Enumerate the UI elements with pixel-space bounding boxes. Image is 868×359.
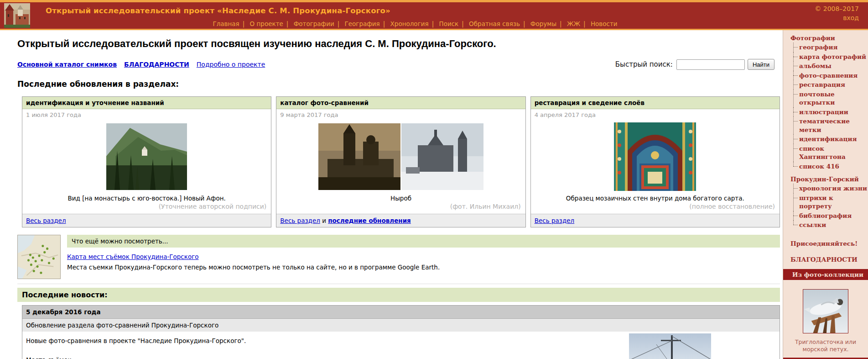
sidebar-item-photo-comparisons[interactable]: фото-сравнения (799, 72, 858, 79)
nav-separator: | (286, 20, 289, 27)
tree-item: ссылки (793, 220, 868, 230)
sidebar-heading-prokudin: Прокудин-Горский (790, 175, 868, 183)
locations-map-link[interactable]: Карта мест съёмок Прокудина-Горского (67, 253, 199, 260)
quick-search: Быстрый поиск: Найти (615, 59, 774, 70)
nav-item-photos[interactable]: Фотографии (294, 20, 334, 27)
box-title: идентификация и уточнение названий (22, 97, 271, 109)
box-date: 4 апреля 2017 года (531, 109, 780, 119)
box-footer: Весь раздел (22, 214, 271, 227)
box-title: каталог фото-сравнений (276, 97, 525, 109)
box-caption: Образец мозаичных стен внутри дома богат… (531, 194, 780, 202)
whole-section-link[interactable]: Весь раздел (535, 217, 575, 224)
whole-section-link[interactable]: Весь раздел (26, 217, 66, 224)
top-links-row: Основной каталог снимков БЛАГОДАРНОСТИ П… (17, 59, 774, 70)
nav-item-forums[interactable]: Форумы (530, 20, 556, 27)
sidebar-item-huntington-list[interactable]: список Хантингтона (799, 145, 846, 161)
tree-item: фото-сравнения (793, 71, 868, 80)
nyrob-church-modern-photo-image[interactable] (401, 123, 483, 190)
nav-item-geography[interactable]: География (345, 20, 380, 27)
sidebar-item-identification[interactable]: идентификация (799, 135, 857, 143)
sidebar-item-life-chronology[interactable]: хронология жизни (799, 185, 867, 192)
shooting-locations-map-image[interactable] (17, 235, 61, 279)
nav-item-about[interactable]: О проекте (250, 20, 283, 27)
nav-item-lj[interactable]: ЖЖ (567, 20, 580, 27)
login-link[interactable]: вход (843, 14, 859, 21)
main-content: Открытый исследовательский проект посвящ… (0, 30, 783, 359)
nav-item-news[interactable]: Новости (591, 20, 618, 27)
mosaic-wall-photo-image[interactable] (614, 122, 696, 191)
restoration-box: реставрация и сведение слоёв 4 апреля 20… (530, 96, 780, 227)
section-divider (17, 284, 780, 284)
news-item: 5 декабря 2016 года Обновление раздела ф… (22, 305, 780, 359)
tree-item: список Хантингтона (793, 144, 868, 162)
box-image-area (22, 119, 271, 194)
railway-winter-photo-image[interactable] (629, 333, 711, 359)
sidebar-item-photo-map[interactable]: карта фотографий (799, 53, 866, 60)
latest-updates-link[interactable]: последние обновления (328, 217, 411, 224)
updates-boxes-row: идентификация и уточнение названий 1 июл… (22, 96, 780, 227)
nav-separator: | (383, 20, 385, 27)
tree-item: список 416 (793, 162, 868, 171)
box-caption: Ныроб (276, 194, 525, 202)
updates-heading: Последние обновления в разделах: (17, 79, 783, 89)
quick-search-button[interactable]: Найти (748, 59, 774, 70)
nav-item-home[interactable]: Главная (213, 20, 239, 27)
tree-item: идентификация (793, 134, 868, 144)
fortress-painting-image (4, 3, 30, 28)
sidebar-item-illustrations[interactable]: иллюстрации (799, 108, 848, 116)
gurnard-fish-sculpture-image[interactable] (803, 289, 848, 333)
box-date: 1 июля 2017 года (22, 109, 271, 119)
identification-box: идентификация и уточнение названий 1 июл… (22, 96, 271, 227)
quick-search-label: Быстрый поиск: (615, 60, 673, 69)
nav-separator: | (583, 20, 586, 27)
join-link[interactable]: Присоединяйтесь! (790, 240, 868, 247)
sidebar-item-list-416[interactable]: список 416 (799, 163, 839, 170)
main-catalog-link[interactable]: Основной каталог снимков (17, 61, 117, 68)
footer-separator-text: и (320, 217, 328, 224)
new-athos-monastery-photo-image[interactable] (106, 123, 187, 190)
nav-item-search[interactable]: Поиск (439, 20, 458, 27)
sidebar-item-bibliography[interactable]: библиография (799, 212, 852, 219)
sculpture-caption: Триглоласточка или морской петух. (790, 338, 862, 354)
site-header: Открытый исследовательский проект «Насле… (0, 0, 868, 30)
site-logo[interactable] (4, 3, 30, 28)
news-heading: Последние новости: (17, 288, 780, 302)
about-project-link[interactable]: Подробно о проекте (197, 61, 265, 68)
main-nav: Главная| О проекте| Фотографии| Географи… (141, 20, 689, 27)
sidebar-item-thematic-tags[interactable]: тематические метки (799, 117, 850, 133)
box-date: 9 марта 2017 года (276, 109, 525, 119)
map-description-text: Места съемки Прокудина-Горского теперь м… (67, 264, 780, 271)
news-title: Обновление раздела фото-сравнений Прокуд… (22, 319, 780, 332)
quick-search-input[interactable] (676, 59, 745, 70)
tree-item: альбомы (793, 61, 868, 71)
more-to-see-bar: Что ещё можно посмотреть... (67, 235, 780, 248)
acknowledgements-sidebar-link[interactable]: БЛАГОДАРНОСТИ (790, 256, 868, 263)
box-image-area (531, 119, 780, 194)
sidebar-item-links[interactable]: ссылки (799, 221, 826, 228)
tree-item: география (793, 42, 868, 52)
copyright-text: © 2008–2017 (815, 5, 859, 12)
box-note: (полное восстановление) (531, 202, 780, 211)
tree-item: реставрация (793, 80, 868, 90)
prokudin-tree-menu: хронология жизни штрихи к портрету библи… (793, 184, 868, 230)
nyrob-church-old-photo-image[interactable] (318, 123, 400, 190)
tree-item: штрихи к портрету (793, 193, 868, 211)
nav-item-feedback[interactable]: Обратная связь (469, 20, 520, 27)
whole-section-link[interactable]: Весь раздел (280, 217, 320, 224)
sidebar-heading-photos: Фотографии (790, 34, 868, 42)
photo-comparisons-box: каталог фото-сравнений 9 марта 2017 года (276, 96, 525, 227)
acknowledgements-link[interactable]: БЛАГОДАРНОСТИ (124, 61, 189, 68)
sidebar-item-portrait-touches[interactable]: штрихи к портрету (799, 194, 833, 210)
sidebar-item-postcards[interactable]: почтовые открытки (799, 90, 835, 106)
sidebar-item-restoration[interactable]: реставрация (799, 81, 845, 88)
box-footer: Весь раздел (531, 214, 780, 227)
sidebar-item-geography[interactable]: география (799, 43, 838, 51)
sidebar-item-albums[interactable]: альбомы (799, 62, 832, 69)
box-caption: Вид [на монастырь с юго-востока.] Новый … (22, 194, 271, 202)
box-title: реставрация и сведение слоёв (531, 97, 780, 109)
site-title: Открытый исследовательский проект «Насле… (46, 6, 390, 15)
photo-collection-bar: Из фото-коллекции (783, 269, 868, 280)
news-body: Новые фото-сравнения в проекте "Наследие… (22, 332, 780, 359)
box-image-area (276, 119, 525, 194)
nav-item-chronology[interactable]: Хронология (390, 20, 429, 27)
